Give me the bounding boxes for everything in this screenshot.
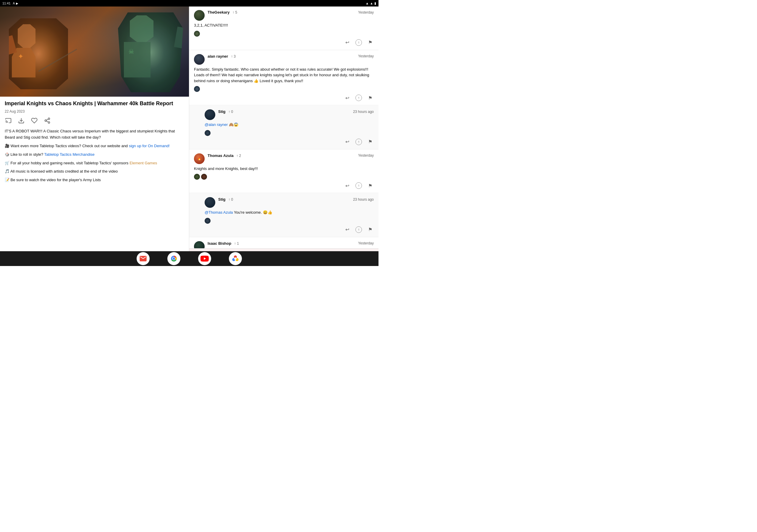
vote-count: ↑ 0 [228,110,233,114]
desc-line-3: 🎲 Like to roll in style? Tabletop Tactic… [5,152,184,158]
nav-youtube-button[interactable] [198,252,211,265]
comment-time: 23 hours ago [353,110,374,114]
nav-photos-button[interactable] [229,252,242,265]
svg-point-4 [48,122,50,124]
flag-button[interactable]: ⚑ [367,138,374,145]
reply-button[interactable]: ↩ [344,182,351,189]
reply-avatar-stig [205,130,211,136]
svg-line-6 [46,119,48,120]
video-actions [5,117,184,124]
comment-stig-2: Stig ↑ 0 23 hours ago @Thomas Azula You'… [189,193,378,237]
signup-link[interactable]: sign up for On Demand! [129,144,170,148]
status-bar-right: ▲ ▲ ▮ [366,1,376,5]
author-name: alan rayner [208,54,228,59]
comment-actions: ↩ ↑ ⚑ [194,94,374,102]
upvote-button[interactable]: ↑ [355,39,362,46]
reply-button[interactable]: ↩ [344,39,351,46]
comment-time: Yesterday [358,10,374,15]
desc-line-6: 📝 Be sure to watch the video for the pla… [5,177,184,183]
flag-button[interactable]: ⚑ [367,182,374,189]
video-title: Imperial Knights vs Chaos Knights | Warh… [5,100,184,107]
share-button[interactable] [44,117,51,124]
robot-left-silhouette: ✦ [9,18,68,89]
like-button[interactable] [31,117,38,124]
video-info: Imperial Knights vs Chaos Knights | Warh… [0,97,189,189]
nav-chrome-button[interactable] [167,252,180,265]
main-container: ✦ ☠ Imperial Knights vs Chaos Knights | … [0,7,378,251]
merchandise-link[interactable]: Tabletop Tactics Merchandise [45,152,95,157]
comment-text: @Thomas Azula You're welcome. 😄👍 [205,210,374,216]
upvote-button[interactable]: ↑ [355,182,362,189]
svg-point-2 [48,118,50,120]
comment-thegeekary: TheGeekary ↑ 5 Yesterday 3,2,1, ACTIVATE… [189,7,378,50]
bottom-nav [0,251,378,266]
comment-author-row: TheGeekary ↑ 5 Yesterday [208,10,374,15]
comment-author-info: Isaac Bishop ↑ 1 [208,241,239,246]
nav-gmail-button[interactable] [136,252,150,265]
flag-button[interactable]: ⚑ [367,39,374,46]
author-name: TheGeekary [208,10,229,15]
comment-header: 🔥 Thomas Azula ↑ 2 Yesterday [194,153,374,164]
avatar-alan-rayner [194,54,205,65]
upvote-button[interactable]: ↑ [355,139,362,145]
comment-meta: Stig ↑ 0 23 hours ago [218,197,374,202]
comment-meta: TheGeekary ↑ 5 Yesterday [208,10,374,15]
svg-point-3 [45,120,47,122]
comment-actions: ↩ ↑ ⚑ [194,182,374,189]
svg-point-14 [173,257,175,260]
comment-time: Yesterday [358,153,374,158]
vote-count: ↑ 3 [231,54,236,59]
vote-count: ↑ 1 [234,242,239,246]
comment-time: Yesterday [358,241,374,245]
element-games-link[interactable]: Element Games [130,161,157,165]
video-thumbnail[interactable]: ✦ ☠ [0,7,189,97]
author-name: Isaac Bishop [208,241,231,246]
avatar-stig-1 [205,109,215,120]
status-bar-left: 11:41 A ▶ [2,1,18,5]
comment-author-info: Stig ↑ 0 [218,109,233,114]
desc-line-1: IT'S A ROBOT WAR!!! A Classic Chaos vers… [5,128,184,141]
reply-avatar-1 [194,31,200,37]
comment-meta: alan rayner ↑ 3 Yesterday [208,54,374,59]
time-display: 11:41 [2,1,11,5]
reply-button[interactable]: ↩ [344,94,351,102]
mention: @alan rayner [205,122,228,127]
svg-point-18 [234,257,237,260]
comment-time: Yesterday [358,54,374,58]
svg-line-5 [46,121,48,122]
upvote-button[interactable]: ↑ [355,226,362,233]
reply-button[interactable]: ↩ [344,226,351,233]
comment-stig-1: Stig ↑ 0 23 hours ago @alan rayner 🙈😱 ↩ … [189,106,378,149]
avatar-thegeekary [194,10,205,21]
comment-header: TheGeekary ↑ 5 Yesterday [194,10,374,21]
left-panel: ✦ ☠ Imperial Knights vs Chaos Knights | … [0,7,189,251]
comment-text: Fantastic. Simply fantastic. Who cares a… [194,67,374,84]
comment-actions: ↩ ↑ ⚑ [205,226,374,233]
download-button[interactable] [18,117,25,124]
upvote-button[interactable]: ↑ [355,95,362,101]
comment-actions: ↩ ↑ ⚑ [205,138,374,145]
flag-button[interactable]: ⚑ [367,94,374,102]
desc-line-2: 🎥 Want even more Tabletop Tactics videos… [5,143,184,149]
comment-author-info: Stig ↑ 0 [218,197,233,202]
signal-icon: ▲ [370,1,373,5]
reply-avatar-2 [194,86,200,92]
desc-line-5: 🎵 All music is licensed with artists cre… [5,168,184,175]
author-name: Stig [218,197,226,202]
reply-button[interactable]: ↩ [344,138,351,145]
comment-author-row: Stig ↑ 0 23 hours ago [218,197,374,202]
reply-avatar-stig2 [205,218,211,224]
author-name: Thomas Azula [208,153,234,158]
vote-count: ↑ 5 [232,10,237,15]
flag-button[interactable]: ⚑ [367,226,374,233]
status-bar: 11:41 A ▶ ▲ ▲ ▮ [0,0,378,7]
comment-author-row: alan rayner ↑ 3 Yesterday [208,54,374,59]
avatar-thomas-azula: 🔥 [194,153,205,164]
vote-count: ↑ 2 [236,154,241,158]
comment-header: Stig ↑ 0 23 hours ago [205,197,374,208]
comment-author-info: Thomas Azula ↑ 2 [208,153,241,158]
cast-button[interactable] [5,117,12,124]
comment-author-row: Isaac Bishop ↑ 1 Yesterday [208,241,374,246]
vote-count: ↑ 0 [228,197,233,202]
comment-text: Knights and more Knights, best day!!! [194,166,374,172]
